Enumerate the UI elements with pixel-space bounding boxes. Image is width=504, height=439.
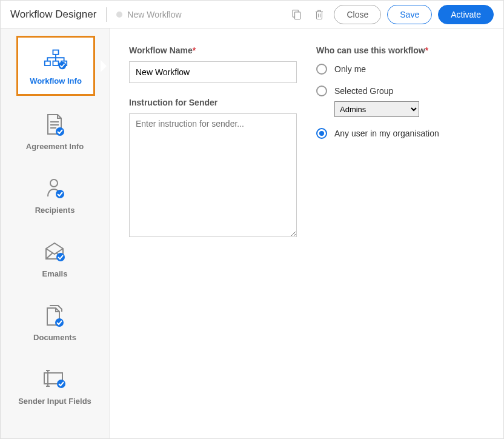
app-root: Workflow Designer New Workflow Close Sav… xyxy=(0,0,504,439)
svg-rect-4 xyxy=(53,61,58,65)
sidebar-item-agreement-info[interactable]: Agreement Info xyxy=(1,103,109,159)
radio-row-any-user[interactable]: Any user in my organisation xyxy=(316,128,484,139)
sidebar-item-label: Workflow Info xyxy=(30,76,82,85)
breadcrumb: New Workflow xyxy=(116,10,181,19)
required-star: * xyxy=(425,45,428,55)
divider xyxy=(106,7,107,22)
workflow-name-label: Workflow Name* xyxy=(129,45,297,55)
instruction-label: Instruction for Sender xyxy=(129,98,297,107)
sidebar-item-label: Recipients xyxy=(35,206,75,215)
breadcrumb-dot-icon xyxy=(116,12,122,18)
workflow-info-icon xyxy=(44,49,68,70)
who-can-use-label-text: Who can use this workflow xyxy=(316,45,425,55)
main-panel: Workflow Name* Instruction for Sender Wh… xyxy=(110,28,503,438)
col-right: Who can use this workflow* Only me Selec… xyxy=(316,45,484,421)
svg-point-10 xyxy=(56,253,65,261)
recipients-icon xyxy=(43,178,67,199)
radio-only-me-label: Only me xyxy=(334,64,366,74)
radio-selected-group[interactable] xyxy=(316,85,327,96)
header-actions: Close Save Activate xyxy=(288,5,494,24)
svg-point-9 xyxy=(56,190,64,198)
sidebar: Workflow Info Agreement Info Recipients … xyxy=(1,28,110,438)
header: Workflow Designer New Workflow Close Sav… xyxy=(1,1,503,28)
sidebar-item-label: Emails xyxy=(42,269,68,278)
radio-any-user[interactable] xyxy=(316,128,327,139)
radio-row-selected-group[interactable]: Selected Group xyxy=(316,85,484,96)
svg-rect-1 xyxy=(295,12,300,19)
body: Workflow Info Agreement Info Recipients … xyxy=(1,28,503,438)
radio-any-user-label: Any user in my organisation xyxy=(334,129,439,138)
radio-row-only-me[interactable]: Only me xyxy=(316,64,484,75)
trash-icon[interactable] xyxy=(311,6,328,23)
radio-group-who-can-use: Only me Selected Group Admins Any user i… xyxy=(316,64,484,139)
sidebar-item-label: Documents xyxy=(33,333,76,342)
sidebar-item-label: Agreement Info xyxy=(26,142,84,151)
copy-icon[interactable] xyxy=(288,6,305,23)
save-button[interactable]: Save xyxy=(387,5,432,24)
select-group[interactable]: Admins xyxy=(334,101,419,117)
sidebar-item-sender-input-fields[interactable]: Sender Input Fields xyxy=(1,358,109,414)
agreement-info-icon xyxy=(43,114,67,136)
documents-icon xyxy=(43,305,67,327)
close-button[interactable]: Close xyxy=(334,5,381,24)
sidebar-item-label: Sender Input Fields xyxy=(18,397,91,406)
required-star: * xyxy=(193,45,196,55)
activate-button[interactable]: Activate xyxy=(438,5,494,24)
sidebar-item-workflow-info[interactable]: Workflow Info xyxy=(16,36,95,96)
col-left: Workflow Name* Instruction for Sender xyxy=(129,45,297,421)
svg-point-8 xyxy=(50,179,58,187)
sidebar-item-emails[interactable]: Emails xyxy=(1,230,109,287)
svg-rect-3 xyxy=(45,61,50,65)
sidebar-item-recipients[interactable]: Recipients xyxy=(1,167,109,223)
radio-only-me[interactable] xyxy=(316,64,327,75)
svg-point-13 xyxy=(57,380,65,388)
svg-point-7 xyxy=(56,127,64,136)
sender-input-fields-icon xyxy=(43,369,67,390)
emails-icon xyxy=(43,241,67,263)
svg-rect-2 xyxy=(53,50,58,55)
svg-point-6 xyxy=(59,62,67,70)
who-can-use-label: Who can use this workflow* xyxy=(316,45,484,55)
sidebar-item-documents[interactable]: Documents xyxy=(1,294,109,350)
svg-point-11 xyxy=(55,318,64,327)
workflow-name-input[interactable] xyxy=(129,61,297,83)
workflow-name-label-text: Workflow Name xyxy=(129,45,193,55)
instruction-textarea[interactable] xyxy=(129,113,297,237)
breadcrumb-label: New Workflow xyxy=(127,10,181,19)
radio-selected-group-label: Selected Group xyxy=(334,86,393,96)
page-title: Workflow Designer xyxy=(10,8,96,21)
